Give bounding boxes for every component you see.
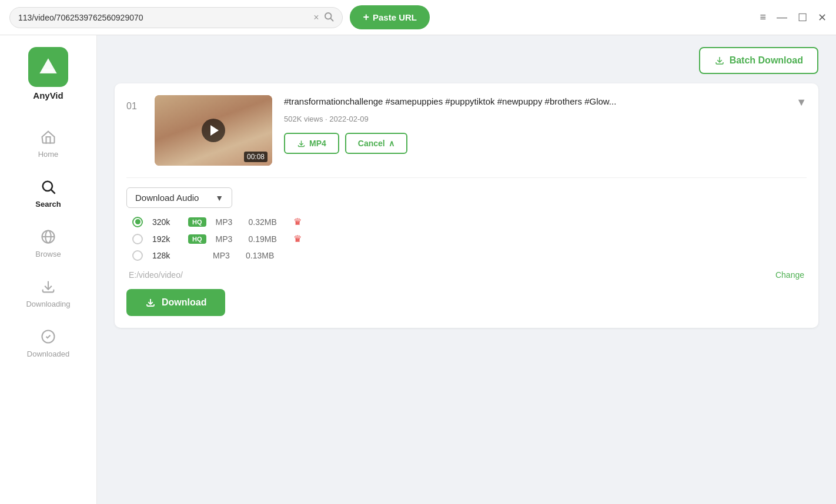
dropdown-arrow-icon: ▼ — [215, 193, 223, 203]
downloading-icon — [39, 277, 58, 296]
action-buttons: MP4 Cancel ∧ — [284, 133, 807, 154]
download-path: E:/video/video/ — [129, 270, 183, 280]
size-128k: 0.13MB — [246, 251, 281, 260]
home-icon — [39, 127, 58, 146]
video-header: 01 00:08 #transformationchallenge #samep — [126, 95, 807, 166]
audio-dropdown[interactable]: Download Audio ▼ — [126, 187, 232, 208]
format-320k: MP3 — [216, 217, 239, 227]
format-192k: MP3 — [216, 234, 239, 244]
format-128k: MP3 — [213, 251, 236, 260]
minimize-icon[interactable]: — — [777, 11, 787, 23]
content-area: Batch Download 01 00:08 — [97, 35, 836, 504]
browse-icon — [39, 227, 58, 246]
paste-url-button[interactable]: + Paste URL — [350, 5, 430, 29]
maximize-icon[interactable]: ☐ — [798, 11, 807, 24]
play-button[interactable] — [202, 119, 225, 142]
quality-128k-label: 128k — [152, 251, 179, 260]
video-number: 01 — [126, 101, 143, 112]
change-path-button[interactable]: Change — [775, 270, 804, 280]
audio-header: Download Audio ▼ — [126, 187, 807, 208]
sidebar-browse-label: Browse — [35, 250, 61, 258]
video-duration: 00:08 — [244, 152, 267, 162]
radio-128k[interactable] — [132, 250, 143, 261]
download-button[interactable]: Download — [126, 289, 225, 316]
cancel-chevron-icon: ∧ — [389, 139, 394, 148]
size-192k: 0.19MB — [249, 234, 284, 244]
sidebar-item-browse[interactable]: Browse — [0, 218, 96, 268]
close-icon[interactable]: ✕ — [818, 11, 827, 24]
sidebar-item-downloading[interactable]: Downloading — [0, 268, 96, 318]
mp4-label: MP4 — [309, 139, 326, 148]
cancel-label: Cancel — [358, 139, 385, 148]
search-icon — [39, 177, 58, 196]
path-row: E:/video/video/ Change — [126, 270, 807, 280]
paste-url-label: Paste URL — [373, 12, 417, 22]
video-info: #transformationchallenge #samepuppies #p… — [284, 95, 807, 154]
hq-badge-320k: HQ — [188, 217, 206, 227]
url-search-icon[interactable] — [323, 11, 334, 24]
radio-192k[interactable] — [132, 234, 143, 244]
sidebar-item-downloaded[interactable]: Downloaded — [0, 318, 96, 368]
video-title: #transformationchallenge #samepuppies #p… — [284, 95, 807, 110]
batch-download-label: Batch Download — [730, 55, 803, 66]
window-controls: ≡ — ☐ ✕ — [760, 11, 827, 24]
menu-icon[interactable]: ≡ — [760, 11, 766, 23]
expand-icon[interactable]: ▼ — [796, 95, 807, 110]
svg-line-1 — [331, 18, 333, 21]
paste-plus-icon: + — [363, 11, 369, 23]
cancel-button[interactable]: Cancel ∧ — [345, 133, 407, 154]
video-meta: 502K views · 2022-02-09 — [284, 115, 807, 123]
download-audio-section: Download Audio ▼ 320k HQ MP3 0.32MB ♛ — [126, 177, 807, 316]
audio-dropdown-label: Download Audio — [135, 193, 199, 203]
sidebar-item-home[interactable]: Home — [0, 118, 96, 168]
url-text: 113/video/7062539762560929070 — [18, 13, 309, 22]
url-clear-icon[interactable]: × — [313, 13, 319, 22]
download-label: Download — [162, 297, 206, 308]
size-320k: 0.32MB — [249, 217, 284, 227]
radio-320k[interactable] — [132, 217, 143, 227]
sidebar-downloaded-label: Downloaded — [27, 350, 69, 358]
quality-row-320k: 320k HQ MP3 0.32MB ♛ — [132, 216, 807, 227]
downloaded-icon — [39, 327, 58, 346]
quality-192k-label: 192k — [152, 234, 179, 244]
svg-rect-2 — [43, 69, 53, 72]
batch-download-button[interactable]: Batch Download — [699, 47, 818, 74]
sidebar-search-label: Search — [35, 200, 61, 209]
batch-download-area: Batch Download — [115, 47, 818, 74]
quality-row-192k: 192k HQ MP3 0.19MB ♛ — [132, 233, 807, 244]
video-card: 01 00:08 #transformationchallenge #samep — [115, 83, 818, 328]
premium-icon-320k: ♛ — [293, 216, 302, 227]
svg-line-4 — [51, 190, 55, 193]
sidebar-downloading-label: Downloading — [26, 300, 70, 308]
sidebar: AnyVid Home Search — [0, 35, 97, 504]
app-logo — [28, 47, 68, 87]
mp4-button[interactable]: MP4 — [284, 133, 339, 154]
url-bar[interactable]: 113/video/7062539762560929070 × — [9, 7, 343, 28]
sidebar-item-search[interactable]: Search — [0, 168, 96, 218]
video-thumbnail: 00:08 — [155, 95, 272, 166]
quality-320k-label: 320k — [152, 217, 179, 227]
svg-point-3 — [43, 182, 52, 191]
premium-icon-192k: ♛ — [293, 233, 302, 244]
logo-area: AnyVid — [28, 47, 68, 100]
app-name: AnyVid — [33, 90, 63, 100]
quality-list: 320k HQ MP3 0.32MB ♛ 192k HQ MP3 0 — [126, 216, 807, 261]
sidebar-home-label: Home — [38, 150, 59, 159]
quality-row-128k: 128k MP3 0.13MB — [132, 250, 807, 261]
hq-badge-192k: HQ — [188, 234, 206, 244]
